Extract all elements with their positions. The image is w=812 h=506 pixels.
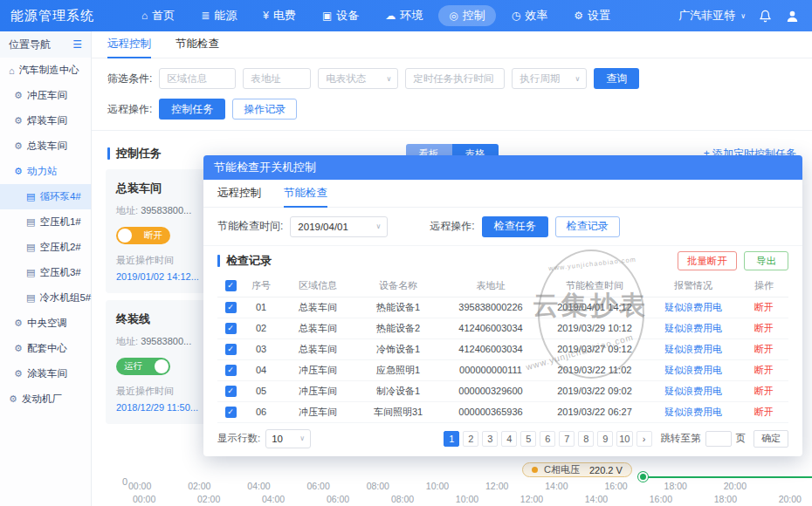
alarm-link[interactable]: 疑似浪费用电 — [647, 297, 740, 318]
control-task-button[interactable]: 控制任务 — [159, 99, 225, 120]
alarm-link[interactable]: 疑似浪费用电 — [647, 338, 740, 359]
power-toggle[interactable]: 运行 — [116, 358, 170, 375]
nav-electricity-fee[interactable]: ¥ 电费 — [252, 5, 306, 26]
sidebar-item-label: 总装车间 — [27, 140, 67, 153]
user-menu[interactable]: 广汽菲亚特 ∨ — [678, 8, 746, 24]
check-record-button[interactable]: 检查记录 — [555, 216, 620, 237]
nav-device[interactable]: ▣ 设备 — [312, 5, 369, 26]
sidebar-item-compressor3[interactable]: ▤ 空压机3# — [0, 260, 91, 285]
menu-icon[interactable]: ☰ — [72, 38, 82, 51]
device-icon: ▣ — [322, 10, 332, 22]
jump-page-input[interactable] — [705, 431, 732, 447]
check-task-button[interactable]: 检查任务 — [482, 216, 548, 237]
sidebar: 位置导航 ☰ ⌂ 汽车制造中心 ⚙ 冲压车间 ⚙ 焊装车间 ⚙ 总装车间 ⚙ 动… — [0, 31, 92, 506]
disconnect-action[interactable]: 断开 — [740, 318, 788, 338]
alarm-link[interactable]: 疑似浪费用电 — [647, 401, 740, 422]
row-checkbox[interactable]: ✓ — [225, 407, 237, 418]
workshop-icon: ⚙ — [14, 115, 23, 126]
cell-region: 总装车间 — [279, 297, 357, 318]
batch-disconnect-button[interactable]: 批量断开 — [678, 251, 737, 270]
cell-seq: 02 — [244, 318, 279, 338]
sidebar-item-power-station[interactable]: ⚙ 动力站 — [0, 159, 91, 184]
sidebar-item-compressor2[interactable]: ▤ 空压机2# — [0, 235, 91, 260]
tab-remote-control[interactable]: 远程控制 — [107, 31, 151, 58]
disconnect-action[interactable]: 断开 — [740, 359, 788, 380]
row-checkbox[interactable]: ✓ — [225, 323, 237, 334]
meter-status-select[interactable]: 电表状态 ∨ — [318, 68, 398, 89]
sidebar-item-central-ac[interactable]: ⚙ 中央空调 — [0, 311, 91, 336]
page-button[interactable]: 2 — [463, 431, 478, 447]
row-checkbox[interactable]: ✓ — [225, 365, 237, 376]
workshop-icon: ⚙ — [14, 318, 23, 329]
nav-energy-label: 能源 — [214, 8, 237, 24]
table-row: ✓ 02 总装车间 热能设备2 412406003034 2019/03/29 … — [217, 318, 788, 338]
nav-settings[interactable]: ⚙ 设置 — [563, 5, 621, 26]
sidebar-item-stamping[interactable]: ⚙ 冲压车间 — [0, 83, 91, 108]
operation-record-button[interactable]: 操作记录 — [232, 99, 297, 120]
export-button[interactable]: 导出 — [744, 251, 788, 270]
page-button[interactable]: 3 — [482, 431, 498, 447]
task-exec-time-input[interactable] — [405, 68, 505, 89]
sidebar-item-label: 焊装车间 — [27, 114, 67, 127]
page-button[interactable]: 7 — [559, 431, 575, 447]
confirm-button[interactable]: 确定 — [754, 430, 788, 448]
page-button[interactable]: 4 — [501, 431, 517, 447]
modal-tab-remote-control[interactable]: 远程控制 — [217, 180, 261, 208]
page-button[interactable]: 8 — [578, 431, 594, 447]
alarm-link[interactable]: 疑似浪费用电 — [647, 318, 740, 338]
col-header-region: 区域信息 — [279, 276, 357, 297]
sidebar-item-assembly[interactable]: ⚙ 总装车间 — [0, 133, 91, 159]
nav-control[interactable]: ◎ 控制 — [438, 5, 495, 26]
nav-environment[interactable]: ☁ 环境 — [375, 5, 433, 26]
notification-bell-icon[interactable] — [759, 10, 772, 23]
nav-efficiency[interactable]: ◷ 效率 — [501, 5, 558, 26]
exec-cycle-placeholder: 执行周期 — [520, 72, 560, 85]
page-button[interactable]: 6 — [540, 431, 555, 447]
row-checkbox[interactable]: ✓ — [225, 302, 237, 313]
rows-per-page-select[interactable]: 10 ∨ — [265, 429, 311, 448]
nav-energy[interactable]: ≣ 能源 — [190, 5, 247, 26]
sidebar-item-support-center[interactable]: ⚙ 配套中心 — [0, 336, 91, 361]
nav-home[interactable]: ⌂ 首页 — [131, 5, 185, 26]
page-button[interactable]: 9 — [597, 431, 613, 447]
alarm-link[interactable]: 疑似浪费用电 — [647, 359, 740, 380]
power-toggle[interactable]: 断开 — [116, 227, 170, 244]
select-all-checkbox[interactable]: ✓ — [225, 280, 237, 291]
sidebar-item-engine-plant[interactable]: ⚙ 发动机厂 — [0, 386, 91, 412]
rows-per-page-value: 10 — [272, 434, 283, 444]
disconnect-action[interactable]: 断开 — [740, 338, 788, 359]
alarm-link[interactable]: 疑似浪费用电 — [647, 380, 740, 401]
sidebar-item-auto-center[interactable]: ⌂ 汽车制造中心 — [0, 58, 91, 83]
modal-header[interactable]: 节能检查开关机控制 — [203, 155, 802, 180]
disconnect-action[interactable]: 断开 — [740, 401, 788, 422]
page-button[interactable]: 10 — [616, 431, 632, 447]
disconnect-action[interactable]: 断开 — [740, 297, 788, 318]
table-row: ✓ 04 冲压车间 应急照明1 000000000111 2019/03/22 … — [217, 359, 788, 380]
search-button[interactable]: 查询 — [594, 68, 639, 89]
user-avatar-icon[interactable] — [785, 9, 800, 24]
document-icon: ▤ — [26, 216, 35, 228]
sidebar-item-pump4[interactable]: ▤ 循环泵4# — [0, 184, 91, 209]
cell-meter-address: 000000329600 — [439, 380, 542, 401]
cell-meter-address: 412406003034 — [439, 338, 542, 359]
meter-address-input[interactable] — [243, 68, 311, 89]
sidebar-item-welding[interactable]: ⚙ 焊装车间 — [0, 108, 91, 133]
table-header-row: ✓ 序号 区域信息 设备名称 表地址 节能检查时间 报警情况 操作 — [217, 276, 788, 297]
row-checkbox[interactable]: ✓ — [225, 344, 237, 355]
modal-tab-energy-check[interactable]: 节能检查 — [284, 180, 327, 208]
region-input[interactable] — [159, 68, 236, 89]
sidebar-item-label: 中央空调 — [27, 317, 67, 330]
check-date-select[interactable]: 2019/04/01 ∨ — [290, 216, 388, 237]
section-accent-bar — [107, 147, 110, 160]
row-checkbox[interactable]: ✓ — [225, 386, 237, 397]
next-page-icon[interactable]: › — [637, 431, 652, 447]
tab-energy-check[interactable]: 节能检查 — [175, 31, 219, 58]
page-button[interactable]: 1 — [444, 431, 459, 447]
exec-cycle-select[interactable]: 执行周期 ∨ — [512, 68, 587, 89]
disconnect-action[interactable]: 断开 — [740, 380, 788, 401]
sidebar-item-painting[interactable]: ⚙ 涂装车间 — [0, 361, 91, 386]
page-button[interactable]: 5 — [520, 431, 536, 447]
sidebar-item-chiller5[interactable]: ▤ 冷水机组5# — [0, 285, 91, 311]
col-header-meter-address: 表地址 — [439, 276, 542, 297]
sidebar-item-compressor1[interactable]: ▤ 空压机1# — [0, 209, 91, 235]
